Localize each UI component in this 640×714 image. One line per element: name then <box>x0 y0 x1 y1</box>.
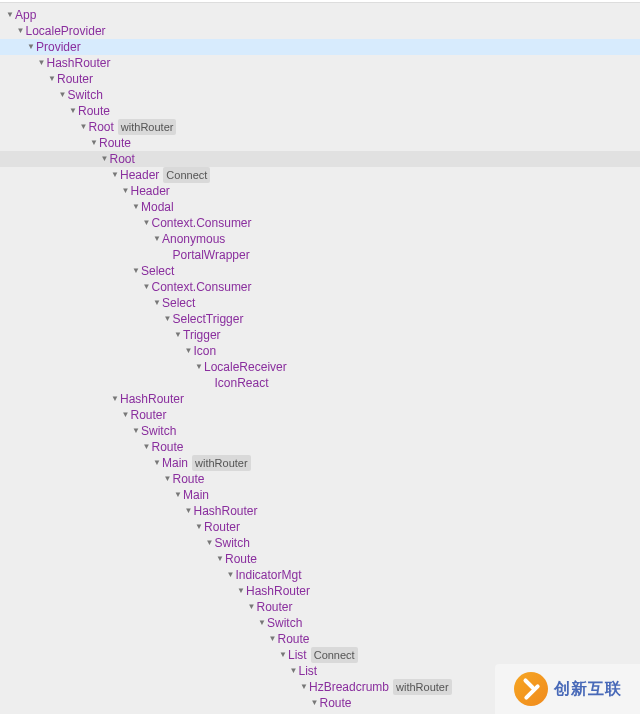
collapse-icon[interactable]: ▼ <box>184 503 194 519</box>
component-name: HashRouter <box>120 391 184 407</box>
collapse-icon[interactable]: ▼ <box>142 279 152 295</box>
collapse-icon[interactable]: ▼ <box>215 551 225 567</box>
tree-node-localereceiver[interactable]: ▼LocaleReceiver <box>0 359 640 375</box>
component-name: Router <box>131 407 167 423</box>
hoc-badge: withRouter <box>118 119 177 135</box>
collapse-icon[interactable]: ▼ <box>100 151 110 167</box>
collapse-icon[interactable]: ▼ <box>278 647 288 663</box>
tree-node-trigger[interactable]: ▼Trigger <box>0 327 640 343</box>
collapse-icon[interactable]: ▼ <box>131 263 141 279</box>
tree-node-hashrouter[interactable]: ▼HashRouter <box>0 583 640 599</box>
collapse-icon[interactable]: ▼ <box>163 471 173 487</box>
collapse-icon[interactable]: ▼ <box>152 295 162 311</box>
tree-node-router[interactable]: ▼Router <box>0 599 640 615</box>
collapse-icon[interactable]: ▼ <box>257 615 267 631</box>
component-name: Router <box>257 599 293 615</box>
collapse-icon[interactable]: ▼ <box>26 39 36 55</box>
tree-node-route[interactable]: ▼Route <box>0 103 640 119</box>
collapse-icon[interactable]: ▼ <box>5 7 15 23</box>
tree-node-router[interactable]: ▼Router <box>0 71 640 87</box>
collapse-icon[interactable]: ▼ <box>110 391 120 407</box>
tree-node-context-consumer[interactable]: ▼Context.Consumer <box>0 279 640 295</box>
tree-node-switch[interactable]: ▼Switch <box>0 87 640 103</box>
collapse-icon[interactable]: ▼ <box>79 119 89 135</box>
collapse-icon[interactable]: ▼ <box>173 327 183 343</box>
component-name: PortalWrapper <box>173 247 250 263</box>
collapse-icon[interactable]: ▼ <box>131 423 141 439</box>
tree-node-indicatormgt[interactable]: ▼IndicatorMgt <box>0 567 640 583</box>
collapse-icon[interactable]: ▼ <box>247 599 257 615</box>
tree-node-router[interactable]: ▼Router <box>0 407 640 423</box>
tree-node-route[interactable]: ▼Route <box>0 135 640 151</box>
tree-node-router[interactable]: ▼Router <box>0 519 640 535</box>
collapse-icon[interactable]: ▼ <box>131 199 141 215</box>
component-name: Context.Consumer <box>152 215 252 231</box>
collapse-icon[interactable]: ▼ <box>299 679 309 695</box>
tree-node-context-consumer[interactable]: ▼Context.Consumer <box>0 215 640 231</box>
collapse-icon[interactable]: ▼ <box>89 135 99 151</box>
tree-node-switch[interactable]: ▼Switch <box>0 535 640 551</box>
collapse-icon[interactable]: ▼ <box>121 407 131 423</box>
component-name: HashRouter <box>47 55 111 71</box>
tree-node-icon[interactable]: ▼Icon <box>0 343 640 359</box>
collapse-icon[interactable]: ▼ <box>58 87 68 103</box>
collapse-icon[interactable]: ▼ <box>163 311 173 327</box>
tree-node-modal[interactable]: ▼Modal <box>0 199 640 215</box>
tree-node-route[interactable]: ▼Route <box>0 551 640 567</box>
component-name: Switch <box>141 423 176 439</box>
collapse-icon[interactable]: ▼ <box>184 343 194 359</box>
tree-node-root[interactable]: ▼RootwithRouter <box>0 119 640 135</box>
tree-node-root[interactable]: ▼Root <box>0 151 640 167</box>
tree-node-select[interactable]: ▼Select <box>0 263 640 279</box>
collapse-icon[interactable]: ▼ <box>142 215 152 231</box>
tree-node-main[interactable]: ▼Main <box>0 487 640 503</box>
tree-node-portalwrapper[interactable]: PortalWrapper <box>0 247 640 263</box>
collapse-icon[interactable]: ▼ <box>68 103 78 119</box>
collapse-icon[interactable]: ▼ <box>152 455 162 471</box>
component-name: Main <box>183 487 209 503</box>
tree-node-provider[interactable]: ▼Provider <box>0 39 640 55</box>
component-name: Main <box>162 455 188 471</box>
collapse-icon[interactable]: ▼ <box>16 23 26 39</box>
collapse-icon[interactable]: ▼ <box>37 55 47 71</box>
tree-node-route[interactable]: ▼Route <box>0 471 640 487</box>
tree-node-hashrouter[interactable]: ▼HashRouter <box>0 55 640 71</box>
tree-node-main[interactable]: ▼MainwithRouter <box>0 455 640 471</box>
tree-node-switch[interactable]: ▼Switch <box>0 423 640 439</box>
tree-node-localeprovider[interactable]: ▼LocaleProvider <box>0 23 640 39</box>
component-name: App <box>15 7 36 23</box>
tree-node-route[interactable]: ▼Route <box>0 631 640 647</box>
component-name: Router <box>204 519 240 535</box>
tree-node-selecttrigger[interactable]: ▼SelectTrigger <box>0 311 640 327</box>
collapse-icon[interactable]: ▼ <box>173 487 183 503</box>
tree-node-anonymous[interactable]: ▼Anonymous <box>0 231 640 247</box>
collapse-icon[interactable]: ▼ <box>289 663 299 679</box>
collapse-icon[interactable]: ▼ <box>205 535 215 551</box>
watermark: 创新互联 <box>495 664 640 714</box>
tree-node-iconreact[interactable]: IconReact <box>0 375 640 391</box>
collapse-icon[interactable]: ▼ <box>226 567 236 583</box>
collapse-icon[interactable]: ▼ <box>152 231 162 247</box>
hoc-badge: withRouter <box>192 455 251 471</box>
collapse-icon[interactable]: ▼ <box>47 71 57 87</box>
tree-node-app[interactable]: ▼App <box>0 7 640 23</box>
tree-node-select[interactable]: ▼Select <box>0 295 640 311</box>
collapse-icon[interactable]: ▼ <box>236 583 246 599</box>
collapse-icon[interactable]: ▼ <box>268 631 278 647</box>
collapse-icon[interactable]: ▼ <box>142 439 152 455</box>
collapse-icon[interactable]: ▼ <box>121 183 131 199</box>
tree-node-header[interactable]: ▼Header <box>0 183 640 199</box>
component-name: IconReact <box>215 375 269 391</box>
collapse-icon[interactable]: ▼ <box>310 695 320 711</box>
tree-node-hashrouter[interactable]: ▼HashRouter <box>0 503 640 519</box>
component-name: Switch <box>215 535 250 551</box>
collapse-icon[interactable]: ▼ <box>194 359 204 375</box>
tree-node-hashrouter[interactable]: ▼HashRouter <box>0 391 640 407</box>
collapse-icon[interactable]: ▼ <box>110 167 120 183</box>
component-name: Header <box>131 183 170 199</box>
tree-node-list[interactable]: ▼ListConnect <box>0 647 640 663</box>
collapse-icon[interactable]: ▼ <box>194 519 204 535</box>
tree-node-switch[interactable]: ▼Switch <box>0 615 640 631</box>
tree-node-header[interactable]: ▼HeaderConnect <box>0 167 640 183</box>
tree-node-route[interactable]: ▼Route <box>0 439 640 455</box>
